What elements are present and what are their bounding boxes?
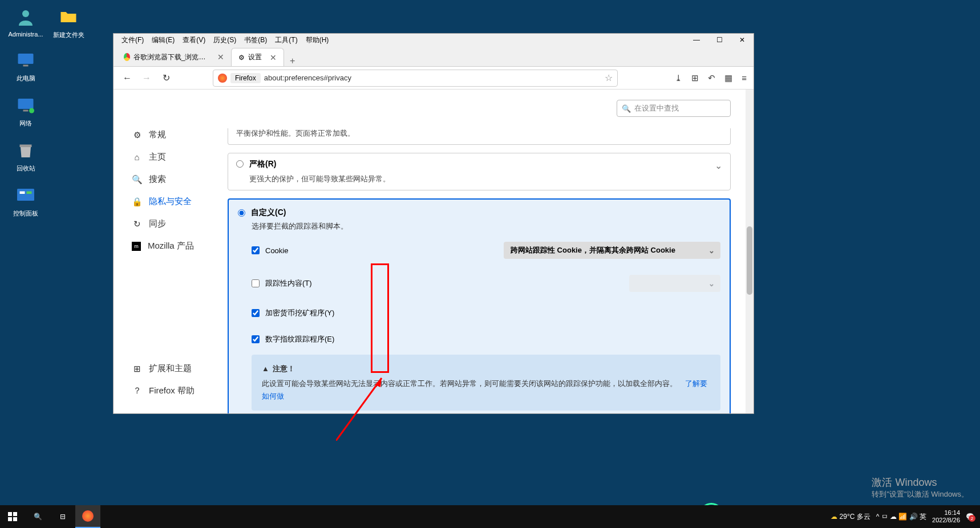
desktop-icon-label: 网络 <box>19 119 32 128</box>
sidebar-item-extensions[interactable]: ⊞扩展和主题 <box>127 358 228 380</box>
menu-history[interactable]: 历史(S) <box>210 35 240 45</box>
mozilla-icon: m <box>132 242 141 251</box>
panel-strict[interactable]: 严格(R) 更强大的保护，但可能导致某些网站异常。 ⌄ <box>228 153 731 190</box>
tab-chrome-download[interactable]: 谷歌浏览器下载_浏览器官网入口 ✕ <box>117 48 231 66</box>
menu-file[interactable]: 文件(F) <box>118 35 147 45</box>
hamburger-menu-icon[interactable]: ≡ <box>742 73 747 83</box>
sidebar-item-label: 隐私与安全 <box>149 196 192 207</box>
scrollbar-thumb[interactable] <box>747 226 752 295</box>
reload-button[interactable]: ↻ <box>159 71 173 85</box>
user-icon <box>14 6 37 29</box>
sidebar-item-general[interactable]: ⚙常规 <box>127 124 228 146</box>
minimize-button[interactable]: — <box>685 34 708 46</box>
watermark-sub: 转到"设置"以激活 Windows。 <box>872 489 969 499</box>
firefox-window: 文件(F) 编辑(E) 查看(V) 历史(S) 书签(B) 工具(T) 帮助(H… <box>113 33 754 414</box>
sidebar-item-sync[interactable]: ↻同步 <box>127 213 228 235</box>
svg-point-5 <box>29 108 34 113</box>
chevron-down-icon[interactable]: ⌄ <box>715 160 722 171</box>
sync-icon: ↻ <box>132 219 142 229</box>
extensions-icon[interactable]: ⊞ <box>691 73 699 83</box>
sidebar-item-help[interactable]: ？Firefox 帮助 <box>127 380 228 402</box>
desktop-icon-network[interactable]: 网络 <box>6 94 46 128</box>
dropdown-tracking-content[interactable]: ⌄ <box>629 275 720 292</box>
folder-icon <box>57 6 80 29</box>
row-tracking-content: 跟踪性内容(T) ⌄ <box>252 275 720 292</box>
maximize-button[interactable]: ☐ <box>708 34 731 46</box>
chrome-icon <box>124 53 130 61</box>
tab-settings[interactable]: ⚙ 设置 ✕ <box>231 48 284 66</box>
radio-strict[interactable] <box>236 160 244 168</box>
clock[interactable]: 16:14 2022/8/26 <box>932 509 960 524</box>
radio-custom[interactable] <box>238 209 245 217</box>
svg-rect-8 <box>20 192 25 194</box>
menu-tools[interactable]: 工具(T) <box>272 35 301 45</box>
sidebar-item-label: 搜索 <box>149 174 166 185</box>
settings-main-panel: 🔍在设置中查找 平衡保护和性能。页面将正常加载。 严格(R) 更强大的保护，但可… <box>228 90 754 413</box>
dropdown-cookie[interactable]: 跨网站跟踪性 Cookie，并隔离其余跨网站 Cookie⌄ <box>504 242 720 259</box>
taskbar-firefox[interactable] <box>75 505 100 528</box>
desktop-icon-this-pc[interactable]: 此电脑 <box>6 49 46 83</box>
taskbar: 🔍 ⊟ ☁ 29°C 多云 ^ ㅁ ☁ 📶 🔊 英 16:14 2022/8/2… <box>0 505 980 528</box>
desktop-icon-administrator[interactable]: Administra... <box>6 6 46 38</box>
search-icon: 🔍 <box>622 104 631 113</box>
back-button[interactable]: ← <box>120 71 134 85</box>
notification-center-icon[interactable]: 💬2 <box>966 513 974 521</box>
pc-icon <box>14 49 37 72</box>
gear-icon: ⚙ <box>132 130 142 140</box>
row-label: Cookie <box>265 246 288 255</box>
row-fingerprinters: 数字指纹跟踪程序(E) <box>252 334 720 344</box>
warning-icon: ▲ <box>262 363 269 375</box>
desktop-icon-control-panel[interactable]: 控制面板 <box>6 184 46 218</box>
sidebar-item-label: Mozilla 产品 <box>148 241 194 251</box>
tray-icons[interactable]: ^ ㅁ ☁ 📶 🔊 英 <box>876 512 926 522</box>
desktop-icon-recycle-bin[interactable]: 回收站 <box>6 139 46 173</box>
desktop-icon-label: 新建文件夹 <box>53 31 84 39</box>
url-bar[interactable]: Firefox about:preferences#privacy ☆ <box>213 70 618 87</box>
menu-help[interactable]: 帮助(H) <box>302 35 333 45</box>
undo-icon[interactable]: ↶ <box>708 73 715 83</box>
row-label: 跟踪性内容(T) <box>265 278 312 289</box>
checkbox-cookie[interactable] <box>252 246 260 254</box>
notice-box: ▲注意！ 此设置可能会导致某些网站无法显示内容或正常工作。若网站异常，则可能需要… <box>252 355 720 411</box>
checkbox-cryptominers[interactable] <box>252 309 260 317</box>
tab-close-icon[interactable]: ✕ <box>270 53 277 62</box>
settings-content: ⚙常规 ⌂主页 🔍搜索 🔒隐私与安全 ↻同步 mMozilla 产品 ⊞扩展和主… <box>114 90 754 413</box>
search-button[interactable]: 🔍 <box>25 505 50 528</box>
row-cryptominers: 加密货币挖矿程序(Y) <box>252 308 720 318</box>
menu-view[interactable]: 查看(V) <box>179 35 209 45</box>
clock-time: 16:14 <box>932 509 960 517</box>
close-button[interactable]: ✕ <box>731 34 754 46</box>
forward-button[interactable]: → <box>140 71 153 85</box>
sidebar-bottom: ⊞扩展和主题 ？Firefox 帮助 <box>127 358 228 413</box>
menu-bookmarks[interactable]: 书签(B) <box>241 35 270 45</box>
sidebar-item-mozilla[interactable]: mMozilla 产品 <box>127 235 228 257</box>
task-view-button[interactable]: ⊟ <box>50 505 75 528</box>
apps-grid-icon[interactable]: ▦ <box>724 73 732 83</box>
sidebar-item-label: 扩展和主题 <box>149 363 192 374</box>
downloads-icon[interactable]: ⤓ <box>675 73 682 83</box>
scrollbar-track[interactable] <box>746 90 754 413</box>
new-tab-button[interactable]: + <box>284 56 301 66</box>
checkbox-tracking-content[interactable] <box>252 279 260 287</box>
settings-search-input[interactable]: 🔍在设置中查找 <box>617 100 731 117</box>
puzzle-icon: ⊞ <box>132 364 142 374</box>
bookmark-star-icon[interactable]: ☆ <box>605 72 613 83</box>
desktop-icon-label: 控制面板 <box>13 209 38 218</box>
menu-edit[interactable]: 编辑(E) <box>148 35 178 45</box>
sidebar-item-label: 主页 <box>149 152 166 163</box>
dropdown-value: 跨网站跟踪性 Cookie，并隔离其余跨网站 Cookie <box>511 245 675 255</box>
sidebar-item-privacy[interactable]: 🔒隐私与安全 <box>127 190 228 213</box>
desktop-icon-new-folder[interactable]: 新建文件夹 <box>48 6 88 39</box>
desktop-icons-col1: Administra... 此电脑 网络 回收站 控制面板 <box>6 6 46 218</box>
row-label: 加密货币挖矿程序(Y) <box>265 308 334 318</box>
notice-title: 注意！ <box>273 363 295 375</box>
weather-widget[interactable]: ☁ 29°C 多云 <box>831 512 870 522</box>
start-button[interactable] <box>0 505 25 528</box>
toolbar-right: ⤓ ⊞ ↶ ▦ ≡ <box>675 73 747 83</box>
tab-close-icon[interactable]: ✕ <box>217 52 224 62</box>
checkbox-fingerprinters[interactable] <box>252 335 260 343</box>
sidebar-item-search[interactable]: 🔍搜索 <box>127 168 228 190</box>
sidebar-item-home[interactable]: ⌂主页 <box>127 146 228 168</box>
window-controls: — ☐ ✕ <box>685 34 754 46</box>
panel-title: 自定义(C) <box>251 208 286 218</box>
